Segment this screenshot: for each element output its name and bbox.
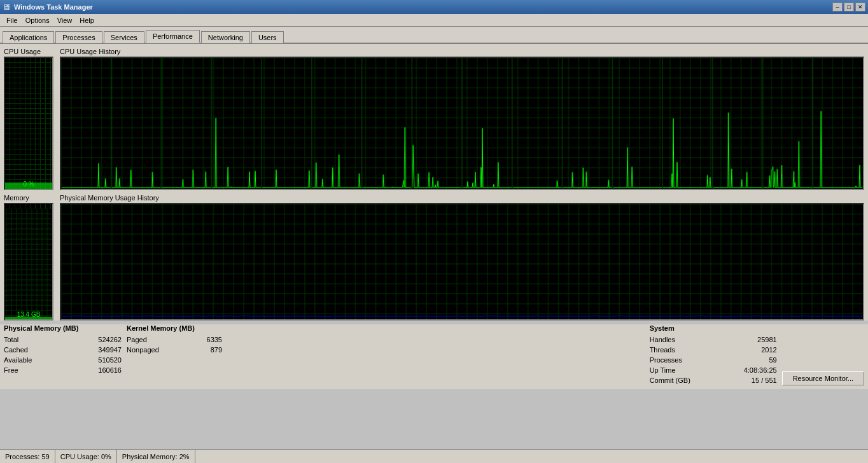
system-row-processes: Processes 59 (650, 355, 777, 365)
resource-monitor-button[interactable]: Resource Monitor... (782, 371, 864, 385)
phys-mem-row-cached: Cached 349947 (4, 345, 122, 355)
kernel-mem-row-nonpaged: Nonpaged 879 (127, 345, 222, 355)
menu-help[interactable]: Help (76, 15, 98, 25)
title-buttons: – □ ✕ (832, 3, 865, 11)
tab-networking[interactable]: Networking (201, 31, 250, 43)
close-button[interactable]: ✕ (855, 3, 865, 11)
tab-services[interactable]: Services (104, 31, 144, 43)
maximize-button[interactable]: □ (844, 3, 854, 11)
phys-memory-graph (60, 203, 864, 321)
system-row-handles: Handles 25981 (650, 335, 777, 345)
title-text: Windows Task Manager (14, 3, 832, 11)
menu-view[interactable]: View (53, 15, 76, 25)
cpu-usage-value: 0 % (5, 181, 52, 188)
system-stats: System Handles 25981 Threads 2012 Proces… (650, 324, 777, 385)
phys-mem-row-available: Available 510520 (4, 355, 122, 365)
physical-memory-stats: Physical Memory (MB) Total 524262 Cached… (4, 324, 122, 375)
tab-bar: Applications Processes Services Performa… (0, 27, 868, 44)
title-bar: 🖥 Windows Task Manager – □ ✕ (0, 0, 868, 14)
system-row-uptime: Up Time 4:08:36:25 (650, 365, 777, 375)
phys-memory-panel: Physical Memory Usage History (60, 194, 864, 321)
physical-memory-title: Physical Memory (MB) (4, 324, 122, 332)
app-icon: 🖥 (3, 2, 11, 12)
menu-options[interactable]: Options (22, 15, 53, 25)
memory-gauge-box: 13.4 GB (4, 203, 53, 321)
minimize-button[interactable]: – (832, 3, 843, 11)
cpu-history-panel: CPU Usage History (60, 48, 864, 190)
kernel-mem-row-paged: Paged 6335 (127, 335, 222, 345)
memory-value: 13.4 GB (5, 311, 52, 318)
system-row-commit: Commit (GB) 15 / 551 (650, 375, 777, 385)
system-row-threads: Threads 2012 (650, 345, 777, 355)
phys-memory-label: Physical Memory Usage History (60, 194, 864, 202)
tab-performance[interactable]: Performance (146, 30, 200, 43)
cpu-history-label: CPU Usage History (60, 48, 864, 55)
tab-users[interactable]: Users (251, 31, 284, 43)
kernel-memory-title: Kernel Memory (MB) (127, 324, 222, 332)
memory-label: Memory (4, 194, 56, 202)
cpu-gauge-box: 0 % (4, 57, 53, 190)
tab-applications[interactable]: Applications (3, 31, 54, 43)
cpu-usage-panel: CPU Usage 0 % (4, 48, 56, 190)
kernel-memory-stats: Kernel Memory (MB) Paged 6335 Nonpaged 8… (127, 324, 222, 375)
memory-panel: Memory 13.4 GB (4, 194, 56, 321)
cpu-history-graph (60, 57, 864, 190)
phys-mem-row-total: Total 524262 (4, 335, 122, 345)
tab-processes[interactable]: Processes (55, 31, 102, 43)
menu-file[interactable]: File (3, 15, 22, 25)
menu-bar: File Options View Help (0, 14, 868, 27)
phys-mem-row-free: Free 160616 (4, 365, 122, 375)
cpu-usage-label: CPU Usage (4, 48, 56, 55)
system-title: System (650, 324, 777, 332)
